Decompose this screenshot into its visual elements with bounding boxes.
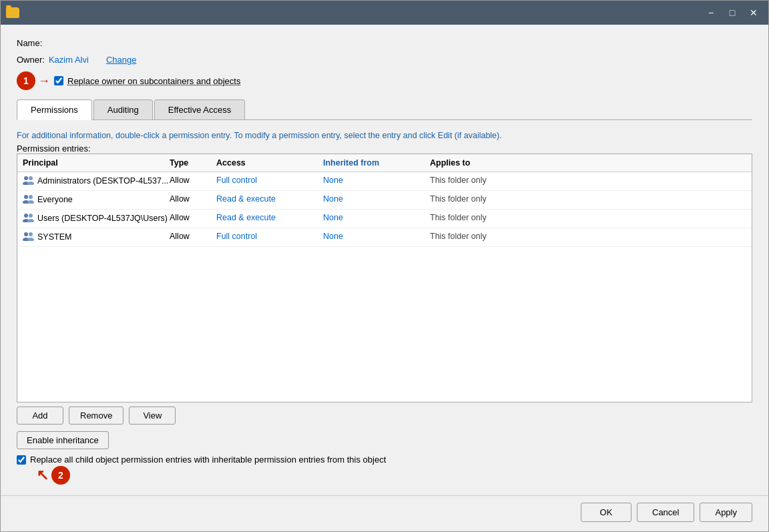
arrow-2: ↗ — [37, 467, 49, 484]
replace-owner-checkbox[interactable] — [54, 76, 63, 85]
cancel-button[interactable]: Cancel — [637, 503, 694, 522]
info-text: For additional information, double-click… — [17, 129, 752, 142]
title-bar-controls: − □ ✕ — [702, 3, 763, 22]
row2-access: Read & execute — [216, 194, 323, 206]
permission-entries-label: Permission entries: — [17, 144, 752, 154]
view-button[interactable]: View — [129, 407, 176, 425]
annotation-badge-1: 1 — [17, 71, 35, 90]
arrow-1: → — [38, 74, 50, 88]
annotation-1-area: 1 → Replace owner on subcontainers and o… — [17, 71, 752, 90]
minimize-button[interactable]: − — [702, 3, 720, 22]
row4-type: Allow — [170, 232, 216, 243]
header-principal: Principal — [23, 158, 170, 168]
svg-point-7 — [27, 200, 34, 204]
row2-applies: This folder only — [430, 194, 746, 206]
row3-type: Allow — [170, 213, 216, 224]
row4-access: Full control — [216, 232, 323, 243]
annotation-badge-2: 2 — [51, 466, 70, 485]
svg-point-10 — [29, 214, 33, 218]
tab-content: For additional information, double-click… — [17, 127, 752, 485]
tab-auditing[interactable]: Auditing — [93, 99, 153, 119]
table-action-buttons: Add Remove View — [17, 407, 752, 425]
ok-button[interactable]: OK — [581, 503, 631, 522]
svg-point-12 — [24, 232, 28, 236]
close-button[interactable]: ✕ — [744, 3, 763, 22]
tabs-bar: Permissions Auditing Effective Access — [17, 99, 752, 120]
dialog-content: Name: Owner: Kazim Alvi Change 1 → Repla… — [1, 25, 768, 495]
users-icon-1 — [23, 176, 35, 187]
header-applies: Applies to — [430, 158, 746, 168]
svg-point-14 — [29, 232, 33, 236]
svg-point-2 — [29, 176, 33, 180]
svg-point-11 — [27, 219, 34, 222]
svg-point-0 — [24, 176, 28, 180]
replace-owner-label: Replace owner on subcontainers and objec… — [67, 76, 240, 86]
enable-inheritance-button[interactable]: Enable inheritance — [17, 431, 109, 449]
change-link[interactable]: Change — [106, 55, 137, 65]
row2-inherited: None — [323, 194, 430, 206]
row4-applies: This folder only — [430, 232, 746, 243]
svg-point-15 — [27, 238, 34, 241]
tab-permissions[interactable]: Permissions — [17, 99, 92, 120]
row3-applies: This folder only — [430, 213, 746, 224]
add-button[interactable]: Add — [17, 407, 63, 425]
table-row[interactable]: Administrators (DESKTOP-4L537... Allow F… — [17, 172, 752, 191]
users-icon-2 — [23, 194, 35, 206]
replace-child-label: Replace all child object permission entr… — [30, 455, 386, 465]
svg-point-8 — [24, 214, 28, 218]
maximize-button[interactable]: □ — [723, 3, 742, 22]
apply-button[interactable]: Apply — [700, 503, 752, 522]
replace-child-checkbox[interactable] — [17, 455, 26, 465]
row1-inherited: None — [323, 176, 430, 187]
tab-effective-access[interactable]: Effective Access — [154, 99, 245, 119]
folder-icon — [6, 7, 19, 18]
row3-access: Read & execute — [216, 213, 323, 224]
row2-principal: Everyone — [23, 194, 170, 206]
permissions-table[interactable]: Principal Type Access Inherited from App… — [17, 154, 752, 403]
table-row[interactable]: SYSTEM Allow Full control None This fold… — [17, 228, 752, 247]
bottom-action-bar: OK Cancel Apply — [1, 495, 768, 531]
name-row: Name: — [17, 38, 752, 48]
svg-point-6 — [29, 195, 33, 199]
replace-owner-row: Replace owner on subcontainers and objec… — [54, 76, 240, 86]
row4-inherited: None — [323, 232, 430, 243]
title-bar-left — [6, 7, 19, 18]
replace-child-row: Replace all child object permission entr… — [17, 455, 752, 465]
table-row[interactable]: Everyone Allow Read & execute None This … — [17, 191, 752, 210]
header-type: Type — [170, 158, 216, 168]
remove-button[interactable]: Remove — [69, 407, 123, 425]
name-label: Name: — [17, 38, 42, 48]
title-bar: − □ ✕ — [1, 1, 768, 25]
enable-inheritance-row: Enable inheritance — [17, 429, 752, 449]
row1-type: Allow — [170, 176, 216, 187]
users-icon-3 — [23, 213, 35, 224]
svg-point-3 — [27, 182, 34, 185]
row2-type: Allow — [170, 194, 216, 206]
row1-principal: Administrators (DESKTOP-4L537... — [23, 176, 170, 187]
row1-access: Full control — [216, 176, 323, 187]
users-icon-4 — [23, 232, 35, 243]
row1-applies: This folder only — [430, 176, 746, 187]
main-window: − □ ✕ Name: Owner: Kazim Alvi Change 1 →… — [0, 0, 769, 532]
row3-inherited: None — [323, 213, 430, 224]
header-access: Access — [216, 158, 323, 168]
table-header: Principal Type Access Inherited from App… — [17, 154, 752, 172]
owner-value: Kazim Alvi — [49, 55, 89, 65]
row3-principal: Users (DESKTOP-4L537JQ\Users) — [23, 213, 170, 224]
owner-row: Owner: Kazim Alvi Change — [17, 55, 752, 65]
row4-principal: SYSTEM — [23, 232, 170, 243]
annotation-2-area: ↗ 2 — [37, 466, 752, 485]
svg-point-4 — [24, 195, 28, 199]
header-inherited: Inherited from — [323, 158, 430, 168]
table-row[interactable]: Users (DESKTOP-4L537JQ\Users) Allow Read… — [17, 210, 752, 228]
owner-label: Owner: — [17, 55, 45, 65]
